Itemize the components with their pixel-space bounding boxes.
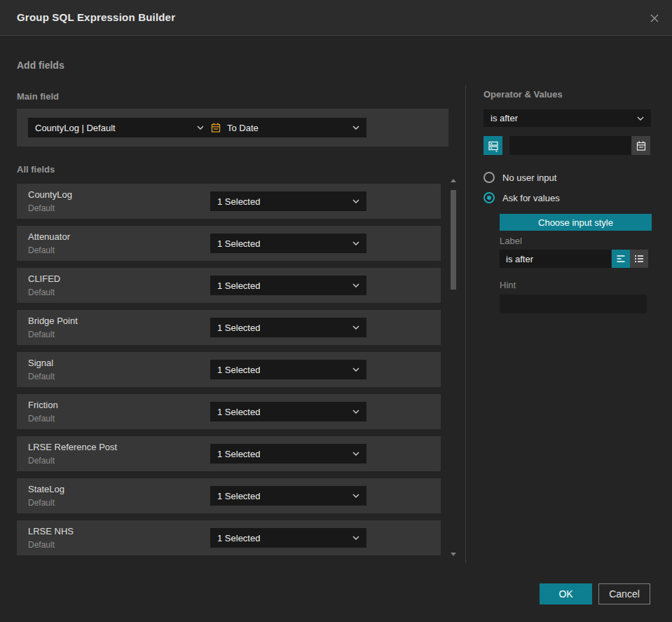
field-selection-select[interactable]: 1 Selected [210,276,366,295]
group-sql-expression-builder-dialog: Group SQL Expression Builder Add fields … [0,0,672,622]
selection-value: 1 Selected [217,323,260,333]
field-row-lrse-nhs: LRSE NHS Default 1 Selected [17,520,441,555]
field-name: Bridge Point [28,316,78,326]
field-row-clifed: CLIFED Default 1 Selected [17,268,441,303]
field-row-lrse-reference-post: LRSE Reference Post Default 1 Selected [17,436,441,471]
label-input[interactable] [500,250,611,268]
chevron-down-icon [352,410,359,414]
field-selection-select[interactable]: 1 Selected [210,191,366,211]
field-name: CountyLog [28,189,72,200]
field-selection-select[interactable]: 1 Selected [210,528,366,548]
chevron-down-icon [352,199,359,203]
field-name: StateLog [28,484,64,494]
selection-value: 1 Selected [217,533,260,543]
scroll-down-icon[interactable] [451,553,456,556]
field-sublabel: Default [28,372,55,381]
main-field-panel: CountyLog | Default To Date [17,109,448,147]
ok-button[interactable]: OK [540,583,592,604]
main-field-label: Main field [17,91,59,102]
operator-select-value: is after [491,113,518,123]
all-fields-label: All fields [17,164,55,175]
field-sublabel: Default [28,414,55,424]
field-sublabel: Default [28,330,55,339]
field-selection-select[interactable]: 1 Selected [210,318,366,337]
hint-input[interactable] [500,295,647,313]
field-selection-select[interactable]: 1 Selected [210,444,366,464]
field-row-attenuator: Attenuator Default 1 Selected [17,226,441,261]
selection-value: 1 Selected [217,449,260,459]
radio-label: No user input [502,173,556,183]
field-sublabel: Default [28,288,55,297]
main-field-select[interactable]: CountyLog | Default [28,118,211,137]
chevron-down-icon [352,241,359,245]
calendar-icon [210,122,221,133]
field-sublabel: Default [28,498,55,508]
field-row-bridge-point: Bridge Point Default 1 Selected [17,310,441,345]
list-style-button[interactable] [630,250,648,268]
radio-circle-selected [484,192,495,203]
chevron-down-icon [352,494,359,498]
selection-value: 1 Selected [217,407,260,417]
scroll-up-icon[interactable] [451,179,456,182]
chevron-down-icon [352,367,359,372]
main-field-select-value: CountyLog | Default [35,123,116,133]
field-name: Signal [28,358,53,368]
bullet-list-icon [634,254,644,264]
field-row-signal: Signal Default 1 Selected [17,352,441,387]
selection-value: 1 Selected [217,491,260,501]
selection-value: 1 Selected [217,280,260,291]
radio-label: Ask for values [502,193,560,203]
field-selection-select[interactable]: 1 Selected [210,486,366,506]
operator-select[interactable]: is after [484,109,651,127]
field-name: LRSE NHS [28,526,74,536]
field-name: Attenuator [28,231,70,242]
choose-input-style-button[interactable]: Choose input style [500,214,652,231]
close-icon [648,12,661,25]
chevron-down-icon [352,452,359,456]
close-button[interactable] [647,11,662,26]
operator-values-heading: Operator & Values [484,89,563,100]
cancel-button[interactable]: Cancel [598,583,650,604]
chevron-down-icon [637,116,644,121]
chevron-down-icon [352,126,359,130]
list-values-icon [487,140,500,152]
add-fields-heading: Add fields [17,60,64,71]
field-row-friction: Friction Default 1 Selected [17,394,441,429]
scrollbar-thumb[interactable] [451,190,456,290]
field-name: CLIFED [28,273,60,284]
value-list-picker-button[interactable] [484,136,502,155]
chevron-down-icon [352,283,359,288]
field-selection-select[interactable]: 1 Selected [210,234,366,253]
value-input[interactable] [509,136,631,155]
chevron-down-icon [352,325,359,330]
align-left-icon [616,254,626,264]
dialog-title: Group SQL Expression Builder [17,11,175,23]
field-row-countylog: CountyLog Default 1 Selected [17,184,441,219]
selection-value: 1 Selected [217,365,260,375]
chevron-down-icon [352,536,359,540]
date-type-select-value: To Date [227,123,259,133]
field-sublabel: Default [28,245,55,255]
field-sublabel: Default [28,203,55,213]
date-type-select[interactable]: To Date [203,118,366,137]
selection-value: 1 Selected [217,196,260,207]
field-selection-select[interactable]: 1 Selected [210,360,366,379]
radio-no-user-input[interactable]: No user input [484,172,556,183]
field-sublabel: Default [28,456,55,466]
selection-value: 1 Selected [217,238,260,249]
calendar-icon [636,140,647,151]
value-calendar-button[interactable] [631,136,650,155]
single-line-style-button[interactable] [612,250,630,268]
hint-field-label: Hint [500,280,516,290]
radio-circle [484,172,495,183]
panel-divider [465,86,466,563]
field-selection-select[interactable]: 1 Selected [210,402,366,421]
field-name: LRSE Reference Post [28,442,117,452]
field-row-statelog: StateLog Default 1 Selected [17,478,441,513]
field-name: Friction [28,400,58,410]
label-field-label: Label [500,236,522,246]
field-sublabel: Default [28,540,55,550]
radio-ask-for-values[interactable]: Ask for values [484,192,560,203]
